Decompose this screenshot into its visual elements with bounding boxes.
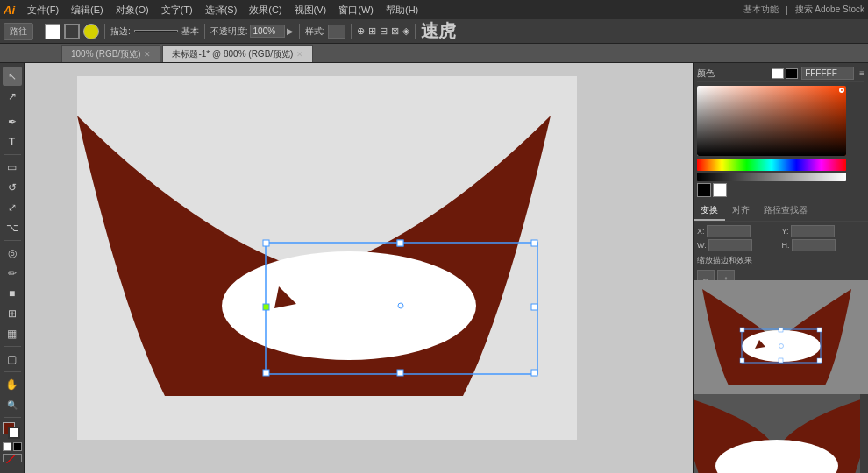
menu-bar: Ai 文件(F) 编辑(E) 对象(O) 文字(T) 选择(S) 效果(C) 视…	[0, 0, 868, 19]
tool-rotate[interactable]: ↺	[3, 178, 22, 197]
opacity-arrow[interactable]: ▶	[287, 26, 294, 36]
color-stroke-indicator[interactable]	[786, 68, 798, 79]
tool-blend[interactable]: ◎	[3, 244, 22, 263]
toolbox: ↖ ↗ ✒ T ▭ ↺ ⤢ ⌥ ◎ ✏ ■ ⊞ ▦ ▢ ✋ 🔍	[0, 63, 25, 473]
fill-color-box[interactable]	[45, 24, 60, 39]
menu-view[interactable]: 视图(V)	[289, 2, 332, 18]
tool-artboard[interactable]: ▢	[3, 349, 22, 369]
preview-panel-bottom	[694, 394, 868, 473]
swatch-none[interactable]	[3, 454, 22, 462]
stroke-color-box[interactable]	[64, 24, 80, 39]
tool-select[interactable]: ↖	[3, 67, 22, 86]
svg-rect-5	[531, 240, 537, 246]
w-input[interactable]	[708, 239, 752, 251]
y-field: Y:	[782, 225, 865, 237]
style-label: 样式:	[305, 25, 325, 38]
tool-direct-select[interactable]: ↗	[3, 87, 22, 106]
svg-rect-20	[779, 358, 783, 363]
watermark-icon: 速虎	[421, 19, 456, 43]
color-panel-header: 颜色 ≡	[697, 67, 864, 82]
tool-zoom[interactable]: 🔍	[3, 395, 22, 414]
opacity-input[interactable]	[250, 25, 285, 38]
brush-preview[interactable]	[83, 24, 99, 39]
svg-rect-8	[531, 370, 537, 376]
tab-doc2-close[interactable]: ✕	[296, 50, 303, 59]
more-options: 缩放描边和效果	[697, 255, 864, 266]
color-hex-input[interactable]	[801, 67, 854, 80]
color-fill-stroke[interactable]	[3, 422, 22, 440]
tab-doc2[interactable]: 未标题-1* @ 800% (RGB/预览) ✕	[162, 45, 313, 62]
menu-window[interactable]: 窗口(W)	[333, 2, 379, 18]
right-panel-inner: 颜色 ≡	[694, 63, 868, 473]
swatch-row	[3, 442, 22, 451]
menu-type[interactable]: 文字(T)	[156, 2, 198, 18]
icon-transform[interactable]: ⊞	[368, 25, 376, 37]
workspace-label[interactable]: 基本功能	[743, 4, 779, 16]
tool-warp[interactable]: ⌥	[3, 218, 22, 237]
opacity-section: 不透明度: ▶	[210, 25, 294, 38]
toolbar-sep1	[39, 24, 39, 39]
stroke-weight[interactable]	[134, 30, 178, 32]
svg-rect-16	[740, 328, 744, 332]
icon-recolor[interactable]: ⊕	[357, 25, 365, 37]
svg-rect-18	[817, 328, 822, 332]
menu-select[interactable]: 选择(S)	[200, 2, 243, 18]
color-panel-title: 颜色	[697, 67, 715, 80]
tool-sep1	[4, 109, 21, 109]
color-gradient-picker[interactable]	[697, 86, 846, 156]
svg-point-12	[398, 303, 403, 308]
panel-menu-icon[interactable]: ≡	[859, 68, 864, 78]
y-input[interactable]	[791, 225, 835, 237]
menu-help[interactable]: 帮助(H)	[381, 2, 423, 18]
tool-hand[interactable]: ✋	[3, 375, 22, 394]
artwork-canvas	[25, 63, 603, 457]
canvas-area[interactable]	[25, 63, 693, 473]
menu-effect[interactable]: 效果(C)	[244, 2, 287, 18]
svg-rect-7	[397, 370, 403, 376]
swatch-white[interactable]	[3, 442, 11, 451]
tool-gradient[interactable]: ■	[3, 284, 22, 303]
toolbar-sep4	[299, 24, 300, 39]
app-logo: Ai	[4, 4, 15, 17]
tool-chart[interactable]: ▦	[3, 324, 22, 343]
swatch-black[interactable]	[13, 442, 22, 451]
icon-pathfinder[interactable]: ⊠	[391, 25, 399, 37]
menu-object[interactable]: 对象(O)	[110, 2, 154, 18]
h-input[interactable]	[792, 239, 836, 251]
flip-h-btn[interactable]: ↔	[697, 270, 715, 280]
tool-eyedropper[interactable]: ✏	[3, 264, 22, 283]
tool-pen[interactable]: ✒	[3, 112, 22, 131]
tab-transform[interactable]: 变换	[694, 201, 725, 221]
y-label: Y:	[782, 227, 789, 236]
menu-edit[interactable]: 编辑(E)	[66, 2, 109, 18]
flip-v-btn[interactable]: ↕	[717, 270, 735, 280]
tool-sep5	[4, 371, 21, 372]
tool-rectangle[interactable]: ▭	[3, 158, 22, 177]
tool-scale[interactable]: ⤢	[3, 198, 22, 217]
color-fill-indicator[interactable]	[772, 68, 784, 79]
tab-pathfinder[interactable]: 路径查找器	[757, 201, 815, 221]
spectrum-bar[interactable]	[697, 159, 846, 171]
tool-mesh[interactable]: ⊞	[3, 304, 22, 323]
icon-align[interactable]: ⊟	[380, 25, 388, 37]
gray-spectrum-bar[interactable]	[697, 173, 846, 181]
tool-type[interactable]: T	[3, 132, 22, 152]
toolbar-sep3	[204, 24, 205, 39]
toolbar-sep2	[104, 24, 105, 39]
options-label: 缩放描边和效果	[697, 255, 752, 266]
tab-align[interactable]: 对齐	[725, 201, 757, 221]
x-input[interactable]	[707, 225, 751, 237]
transform-btns: ↔ ↕	[697, 270, 864, 280]
swatch-black-panel[interactable]	[697, 183, 711, 197]
icon-envelope[interactable]: ◈	[402, 25, 409, 37]
toolbar-arrow-btn[interactable]: 路往	[4, 23, 33, 40]
transform-panel: 变换 对齐 路径查找器 X: Y:	[694, 201, 868, 280]
style-preview[interactable]	[328, 25, 345, 39]
tab-doc1-close[interactable]: ✕	[144, 50, 151, 59]
tab-doc1[interactable]: 100% (RGB/预览) ✕	[61, 45, 160, 62]
swatch-white-panel[interactable]	[713, 183, 727, 197]
search-stock-label[interactable]: 搜索 Adobe Stock	[795, 4, 864, 16]
tool-sep3	[4, 240, 21, 241]
menu-file[interactable]: 文件(F)	[22, 2, 64, 18]
x-label: X:	[697, 227, 705, 236]
